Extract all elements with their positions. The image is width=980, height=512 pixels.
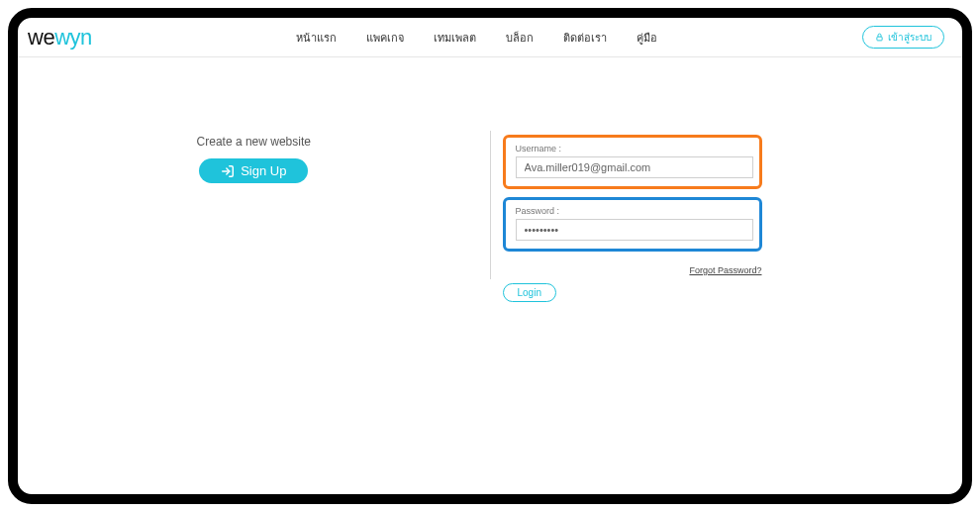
signin-arrow-icon: [221, 164, 235, 178]
username-label: Username :: [516, 144, 749, 154]
device-frame: wewyn หน้าแรก แพคเกจ เทมเพลต บล็อก ติดต่…: [8, 8, 972, 504]
login-button[interactable]: Login: [503, 283, 556, 302]
nav-blog[interactable]: บล็อก: [506, 29, 534, 47]
nav-contact[interactable]: ติดต่อเรา: [563, 29, 607, 47]
signup-button-label: Sign Up: [241, 163, 286, 178]
signup-button[interactable]: Sign Up: [199, 158, 308, 183]
password-group: Password :: [503, 197, 762, 252]
header-login-label: เข้าสู่ระบบ: [888, 30, 931, 45]
nav-home[interactable]: หน้าแรก: [296, 29, 337, 47]
nav-packages[interactable]: แพคเกจ: [366, 29, 404, 47]
signup-panel: Create a new website Sign Up: [18, 135, 490, 494]
logo: wewyn: [22, 25, 92, 51]
main-content: Create a new website Sign Up Username : …: [18, 57, 962, 494]
logo-part-wyn: wyn: [54, 25, 92, 50]
header-login-button[interactable]: เข้าสู่ระบบ: [862, 26, 944, 49]
nav-templates[interactable]: เทมเพลต: [434, 29, 476, 47]
svg-rect-0: [877, 37, 882, 41]
lock-icon: [875, 33, 884, 42]
header: wewyn หน้าแรก แพคเกจ เทมเพลต บล็อก ติดต่…: [18, 18, 962, 57]
forgot-password-link[interactable]: Forgot Password?: [689, 265, 761, 275]
logo-part-we: we: [28, 25, 54, 50]
main-nav: หน้าแรก แพคเกจ เทมเพลต บล็อก ติดต่อเรา ค…: [92, 29, 862, 47]
create-website-text: Create a new website: [197, 135, 311, 149]
password-input[interactable]: [516, 219, 753, 241]
password-label: Password :: [516, 206, 749, 216]
username-input[interactable]: [516, 156, 753, 178]
nav-manual[interactable]: คู่มือ: [637, 29, 657, 47]
username-group: Username :: [503, 135, 762, 189]
login-panel: Username : Password : Forgot Password? L…: [491, 135, 963, 494]
